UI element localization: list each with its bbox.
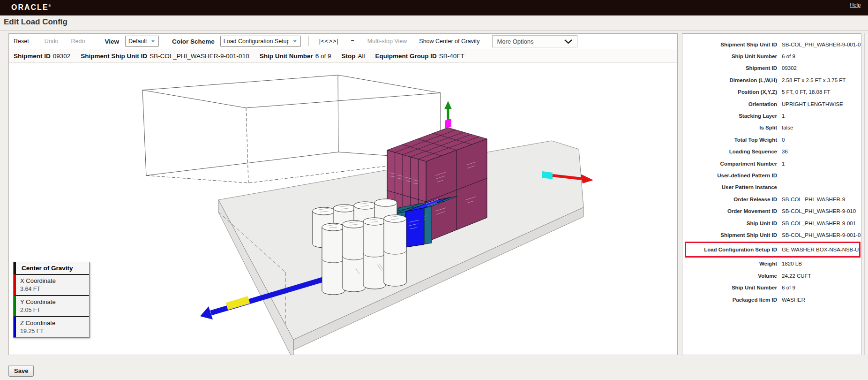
detail-label: Packaged Item ID xyxy=(682,297,777,303)
info-item-value: SB-40FT xyxy=(439,53,464,60)
detail-row: Loading Sequence36 xyxy=(682,146,861,158)
detail-value: WASHER xyxy=(782,297,861,303)
detail-row: OrientationUPRIGHT LENGTHWISE xyxy=(682,98,861,110)
detail-row: Shipment ID09302 xyxy=(682,62,861,74)
stop-stepper-control[interactable]: |<<>>| xyxy=(319,38,339,45)
detail-row: Packaged Item IDWASHER xyxy=(682,294,861,305)
detail-row: Ship Unit Number6 of 9 xyxy=(682,50,861,62)
detail-value: 1820 LB xyxy=(782,261,861,266)
redo-button[interactable]: Redo xyxy=(71,38,85,45)
info-item: Equipment Group IDSB-40FT xyxy=(375,53,464,60)
info-item: Shipment ID09302 xyxy=(14,53,70,60)
cog-coordinate-row: Y Coordinate2.05 FT xyxy=(14,295,89,316)
info-item-label: Shipment Ship Unit ID xyxy=(81,53,147,60)
color-scheme-select-wrap: Load Configuration Setup xyxy=(220,36,301,47)
detail-value: 24.22 CUFT xyxy=(782,273,861,279)
detail-row: Total Top Weight0 xyxy=(682,134,861,145)
info-item-label: Equipment Group ID xyxy=(375,53,436,60)
view-select[interactable]: Default xyxy=(125,36,159,47)
detail-label: Dimension (L,W,H) xyxy=(682,77,777,83)
detail-label: Shipment ID xyxy=(682,65,777,71)
detail-label: Stacking Layer xyxy=(682,113,777,119)
info-item-label: Stop xyxy=(341,53,355,60)
info-item-value: 09302 xyxy=(53,53,71,60)
detail-value: 09302 xyxy=(782,65,861,71)
detail-label: Volume xyxy=(682,273,777,279)
help-link[interactable]: Help xyxy=(850,2,861,8)
info-item: Ship Unit Number6 of 9 xyxy=(260,53,331,60)
detail-label: Loading Sequence xyxy=(682,149,777,154)
detail-row: User-defined Pattern ID xyxy=(682,169,861,181)
info-item-value: SB-COL_PHI_WASHER-9-001-010 xyxy=(150,53,249,60)
info-item-label: Ship Unit Number xyxy=(260,53,313,60)
info-item: StopAll xyxy=(341,53,365,60)
detail-label: User-defined Pattern ID xyxy=(682,173,777,178)
cog-coordinate-label: X Coordinate xyxy=(20,277,89,284)
detail-value: 6 of 9 xyxy=(782,53,861,59)
detail-value: 0 xyxy=(782,137,861,143)
detail-value: SB-COL_PHI_WASHER-9-001-01 xyxy=(782,232,861,238)
cog-coordinate-value: 19.25 FT xyxy=(20,328,89,334)
center-of-gravity-title: Center of Gravity xyxy=(14,262,89,274)
load-3d-viewport[interactable]: Center of Gravity X Coordinate3.64 FTY C… xyxy=(9,63,677,355)
detail-value: 2.58 FT x 2.5 FT x 3.75 FT xyxy=(782,77,861,83)
multi-stop-view-button[interactable]: Multi-stop View xyxy=(367,38,407,45)
app-header: ORACLE® Help xyxy=(0,0,868,15)
cog-coordinate-label: Z Coordinate xyxy=(20,319,89,327)
detail-row: Is Splitfalse xyxy=(682,122,861,134)
toolbar-divider xyxy=(308,36,309,46)
load-config-panel: Reset Undo Redo View Default Color Schem… xyxy=(8,33,678,355)
detail-label: Ship Unit ID xyxy=(682,220,777,226)
detail-row: Position (X,Y,Z)5 FT, 0 FT, 18.08 FT xyxy=(682,86,861,98)
detail-label: Shipment Ship Unit ID xyxy=(682,42,777,47)
info-item-label: Shipment ID xyxy=(14,53,51,60)
detail-label: Shipment Ship Unit ID xyxy=(682,232,777,238)
detail-value: 1 xyxy=(782,161,861,167)
detail-label: Ship Unit Number xyxy=(682,53,777,59)
cog-coordinate-value: 3.64 FT xyxy=(20,286,89,292)
detail-label: Orientation xyxy=(682,101,777,107)
detail-value: SB-COL_PHI_WASHER-9 xyxy=(782,197,861,202)
center-of-gravity-panel: Center of Gravity X Coordinate3.64 FTY C… xyxy=(13,262,90,338)
equals-control[interactable]: = xyxy=(351,38,354,45)
detail-row: Shipment Ship Unit IDSB-COL_PHI_WASHER-9… xyxy=(682,229,861,241)
detail-value: GE WASHER BOX-NSA-NSB-UPR xyxy=(782,247,859,252)
info-item-value: 6 of 9 xyxy=(315,53,331,60)
more-options-dropdown[interactable]: More Options xyxy=(492,35,577,47)
detail-label: Compartment Number xyxy=(682,161,777,167)
ship-unit-details-panel: Shipment Ship Unit IDSB-COL_PHI_WASHER-9… xyxy=(682,33,861,355)
detail-value: SB-COL_PHI_WASHER-9-001 xyxy=(782,220,861,226)
detail-label: Weight xyxy=(682,261,777,266)
detail-row: Ship Unit IDSB-COL_PHI_WASHER-9-001 xyxy=(682,217,861,229)
drums[interactable] xyxy=(313,199,406,295)
info-item-value: All xyxy=(358,53,365,60)
detail-value: SB-COL_PHI_WASHER-9-010 xyxy=(782,208,861,214)
detail-label: Load Configuration Setup ID xyxy=(686,247,777,252)
detail-row-highlighted: Load Configuration Setup IDGE WASHER BOX… xyxy=(685,242,861,258)
detail-row: Weight1820 LB xyxy=(682,258,861,270)
detail-row: Order Movement IDSB-COL_PHI_WASHER-9-010 xyxy=(682,205,861,217)
detail-value: 6 of 9 xyxy=(782,285,861,290)
detail-label: Ship Unit Number xyxy=(682,285,777,290)
cog-coordinate-label: Y Coordinate xyxy=(20,298,89,305)
undo-button[interactable]: Undo xyxy=(45,38,59,45)
chevron-down-icon xyxy=(564,39,572,44)
reset-button[interactable]: Reset xyxy=(14,38,29,45)
detail-label: Order Release ID xyxy=(682,197,777,202)
detail-row: Shipment Ship Unit IDSB-COL_PHI_WASHER-9… xyxy=(682,38,861,50)
show-center-of-gravity-button[interactable]: Show Center of Gravity xyxy=(419,38,479,45)
shipment-info-bar: Shipment ID09302Shipment Ship Unit IDSB-… xyxy=(9,49,677,63)
detail-label: Position (X,Y,Z) xyxy=(682,89,777,95)
cog-coordinate-row: Z Coordinate19.25 FT xyxy=(14,316,89,337)
detail-row: Compartment Number1 xyxy=(682,158,861,169)
detail-row: Stacking Layer1 xyxy=(682,110,861,122)
color-scheme-select[interactable]: Load Configuration Setup xyxy=(220,36,301,47)
detail-row: Ship Unit Number6 of 9 xyxy=(682,281,861,293)
toolbar: Reset Undo Redo View Default Color Schem… xyxy=(9,34,677,49)
scrollbar[interactable] xyxy=(864,33,868,355)
save-button[interactable]: Save xyxy=(8,365,34,377)
detail-label: Total Top Weight xyxy=(682,137,777,143)
title-divider xyxy=(0,30,868,31)
detail-value: false xyxy=(782,125,861,130)
detail-row: Volume24.22 CUFT xyxy=(682,270,861,281)
